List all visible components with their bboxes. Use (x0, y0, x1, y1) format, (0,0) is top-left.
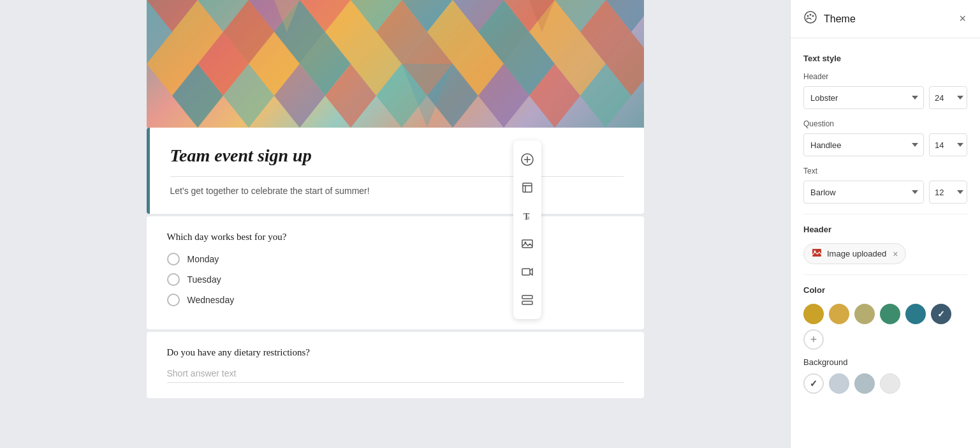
image-chip-label: Image uploaded (827, 249, 886, 258)
toolbar-import-button[interactable] (513, 174, 541, 202)
panel-title: Theme (824, 13, 856, 25)
toolbar-add-button[interactable] (513, 146, 541, 174)
text-icon: T t (521, 209, 534, 222)
radio-option-monday[interactable]: Monday (167, 253, 624, 265)
header-image (147, 0, 644, 128)
text-font-row: Barlow Roboto Open Sans Arial 10 11 12 1… (803, 181, 967, 204)
header-section: Header Image uploaded × (803, 225, 967, 264)
svg-point-56 (805, 11, 816, 23)
color-swatch-5[interactable] (905, 304, 926, 324)
color-section-label: Color (803, 285, 967, 295)
palette-icon (803, 10, 817, 24)
question-font-row: Handlee Roboto Open Sans Arial 10 12 14 … (803, 133, 967, 156)
question-card-2: Do you have any dietary restrictions? Sh… (147, 332, 644, 398)
right-panel: Theme × Text style Header Lobster Roboto… (790, 0, 980, 448)
short-answer-placeholder: Short answer text (167, 368, 624, 383)
radio-label-tuesday: Tuesday (187, 274, 221, 285)
section-icon (521, 294, 534, 306)
header-font-label: Header (803, 72, 967, 81)
bg-swatch-light[interactable] (829, 373, 849, 394)
question-size-select[interactable]: 10 12 14 16 18 20 (929, 133, 967, 156)
svg-rect-53 (522, 269, 530, 275)
text-style-section: Text style Header Lobster Roboto Open Sa… (803, 54, 967, 204)
panel-header: Theme × (791, 0, 980, 38)
main-content: Team event sign up Let's get together to… (0, 0, 790, 448)
svg-rect-55 (522, 301, 532, 304)
diamond-pattern-svg (147, 0, 644, 128)
text-font-select[interactable]: Barlow Roboto Open Sans Arial (803, 181, 924, 204)
toolbar-text-button[interactable]: T t (513, 202, 541, 230)
bg-swatch-lightgray[interactable] (880, 373, 900, 394)
svg-point-58 (810, 14, 812, 16)
form-description: Let's get together to celebrate the star… (170, 176, 624, 196)
image-chip: Image uploaded × (803, 243, 906, 264)
background-swatches: ✓ (803, 373, 967, 394)
image-chip-close-button[interactable]: × (893, 249, 898, 259)
image-small-icon (812, 248, 822, 258)
video-icon (521, 265, 534, 278)
bg-swatch-medium[interactable] (854, 373, 875, 394)
radio-label-monday: Monday (187, 254, 219, 264)
form-wrapper: Team event sign up Let's get together to… (147, 0, 644, 401)
image-icon (521, 237, 534, 250)
form-title-card: Team event sign up Let's get together to… (147, 128, 644, 214)
divider-1 (803, 214, 967, 214)
radio-label-wednesday: Wednesday (187, 295, 235, 305)
divider-2 (803, 274, 967, 275)
svg-rect-46 (523, 183, 532, 192)
radio-wednesday[interactable] (167, 294, 180, 306)
toolbar: T t (513, 140, 541, 319)
background-label: Background (803, 357, 967, 367)
theme-icon (803, 10, 817, 27)
add-color-button[interactable]: + (803, 329, 824, 350)
color-swatches: + (803, 304, 967, 350)
color-swatch-2[interactable] (829, 304, 849, 324)
text-font-label: Text (803, 167, 967, 175)
toolbar-image-button[interactable] (513, 230, 541, 258)
color-swatch-6[interactable] (931, 304, 951, 324)
header-section-label: Header (803, 225, 967, 234)
bg-swatch-white[interactable]: ✓ (803, 373, 824, 394)
svg-point-59 (812, 15, 814, 17)
svg-rect-54 (522, 295, 532, 299)
radio-tuesday[interactable] (167, 273, 180, 286)
question-font-select[interactable]: Handlee Roboto Open Sans Arial (803, 133, 924, 156)
svg-point-57 (807, 15, 809, 17)
header-font-select[interactable]: Lobster Roboto Open Sans Arial (803, 86, 924, 109)
color-swatch-1[interactable] (803, 304, 824, 324)
form-title: Team event sign up (170, 146, 624, 166)
svg-rect-51 (522, 240, 532, 248)
radio-option-tuesday[interactable]: Tuesday (167, 273, 624, 286)
color-section: Color + (803, 285, 967, 350)
toolbar-section-button[interactable] (513, 286, 541, 314)
radio-monday[interactable] (167, 253, 180, 265)
radio-option-wednesday[interactable]: Wednesday (167, 294, 624, 306)
header-font-row: Lobster Roboto Open Sans Arial 12 14 16 … (803, 86, 967, 109)
panel-title-group: Theme (803, 10, 856, 27)
close-panel-button[interactable]: × (958, 11, 967, 27)
text-size-select[interactable]: 10 11 12 13 14 16 (929, 181, 967, 204)
header-size-select[interactable]: 12 14 16 18 20 24 28 32 (929, 86, 967, 109)
panel-content: Text style Header Lobster Roboto Open Sa… (791, 38, 980, 448)
import-icon (521, 181, 534, 194)
question-text-2: Do you have any dietary restrictions? (167, 347, 624, 358)
background-section: Background ✓ (803, 357, 967, 394)
color-swatch-3[interactable] (854, 304, 875, 324)
text-style-label: Text style (803, 54, 967, 63)
toolbar-video-button[interactable] (513, 258, 541, 286)
image-chip-icon (812, 248, 822, 260)
svg-text:t: t (528, 214, 530, 221)
question-text-1: Which day works best for you? (167, 232, 624, 243)
color-swatch-4[interactable] (880, 304, 900, 324)
plus-icon (521, 153, 534, 166)
question-font-label: Question (803, 119, 967, 128)
question-card-1: Which day works best for you? Monday Tue… (147, 216, 644, 329)
